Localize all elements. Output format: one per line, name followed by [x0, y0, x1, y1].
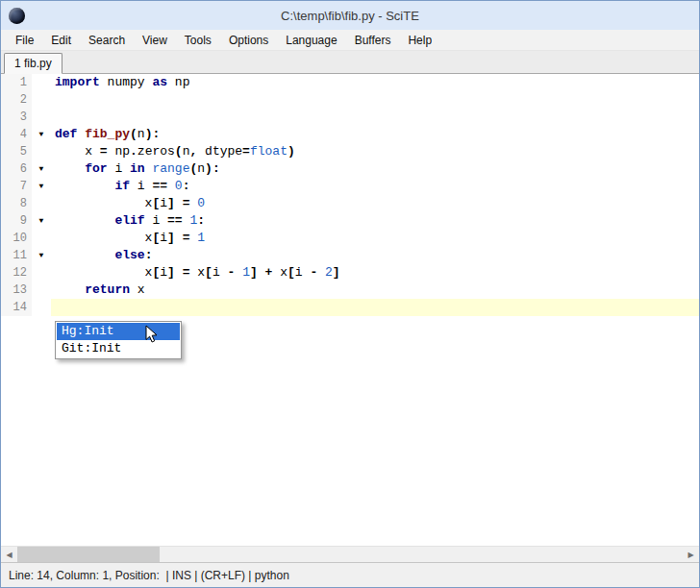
- code-token: i: [145, 213, 167, 228]
- code-text: x[i] = x[i - 1] + x[i - 2]: [51, 264, 699, 282]
- menu-file[interactable]: File: [7, 31, 42, 50]
- titlebar[interactable]: C:\temp\fib\fib.py - SciTE: [1, 1, 699, 30]
- scrollbar-thumb[interactable]: [17, 547, 160, 562]
- autocomplete-popup: Hg:InitGit:Init: [55, 321, 182, 359]
- line-number: 7: [1, 178, 32, 195]
- menu-edit[interactable]: Edit: [42, 31, 80, 50]
- code-token: [55, 179, 114, 193]
- statusbar: Line: 14, Column: 1, Position: | INS | (…: [1, 562, 699, 587]
- code-area: 1import numpy as np234▼def fib_py(n):5 x…: [1, 74, 699, 316]
- code-token: float: [250, 144, 288, 159]
- menubar: FileEditSearchViewToolsOptionsLanguageBu…: [1, 30, 699, 51]
- horizontal-scrollbar[interactable]: ◀ ▶: [1, 546, 699, 562]
- fold-marker-icon[interactable]: ▼: [32, 178, 51, 195]
- code-line-11[interactable]: 11▼ else:: [1, 247, 699, 264]
- scrollbar-track[interactable]: [17, 547, 683, 562]
- code-token: ):: [205, 161, 220, 176]
- code-token: x: [55, 196, 152, 210]
- code-text: if i == 0:: [51, 178, 699, 195]
- fold-marker-icon[interactable]: ▼: [32, 160, 51, 178]
- line-number: 5: [1, 143, 32, 160]
- fold-margin: [32, 282, 51, 299]
- fold-marker-icon[interactable]: ▼: [32, 247, 51, 264]
- code-text: [51, 109, 699, 126]
- menu-help[interactable]: Help: [399, 31, 440, 50]
- scite-window: C:\temp\fib\fib.py - SciTE FileEditSearc…: [0, 0, 700, 588]
- menu-search[interactable]: Search: [80, 31, 134, 50]
- code-line-8[interactable]: 8 x[i] = 0: [1, 195, 699, 212]
- code-token: (: [175, 144, 183, 159]
- code-token: [175, 265, 183, 280]
- code-line-7[interactable]: 7▼ if i == 0:: [1, 178, 699, 195]
- menu-options[interactable]: Options: [220, 31, 277, 50]
- code-token: zeros: [138, 144, 175, 159]
- code-line-14[interactable]: 14: [1, 299, 699, 316]
- fold-margin: [32, 109, 51, 126]
- code-token: x: [55, 144, 100, 159]
- code-token: n: [138, 127, 145, 141]
- editor[interactable]: 1import numpy as np234▼def fib_py(n):5 x…: [1, 74, 699, 546]
- code-token: i: [160, 196, 167, 210]
- code-token: ==: [167, 213, 183, 228]
- code-line-6[interactable]: 6▼ for i in range(n):: [1, 160, 699, 178]
- code-line-9[interactable]: 9▼ elif i == 1:: [1, 212, 699, 230]
- code-line-2[interactable]: 2: [1, 91, 699, 109]
- code-token: i: [108, 161, 130, 176]
- code-token: np: [167, 75, 189, 89]
- code-token: else: [114, 248, 144, 262]
- code-text: return x: [51, 282, 699, 299]
- line-number: 8: [1, 195, 32, 212]
- code-token: def: [55, 127, 77, 141]
- code-token: np: [108, 144, 130, 159]
- code-token: range: [152, 161, 189, 176]
- code-token: [55, 282, 85, 297]
- code-token: as: [152, 75, 167, 89]
- code-token: (: [130, 127, 138, 141]
- code-token: 1: [242, 265, 250, 280]
- menu-language[interactable]: Language: [277, 31, 345, 50]
- code-token: return: [85, 282, 130, 297]
- fold-margin: [32, 299, 51, 316]
- tabbar: 1 fib.py: [1, 51, 699, 74]
- code-token: ]: [167, 196, 175, 210]
- code-token: 1: [197, 231, 205, 245]
- popup-item-hg-init[interactable]: Hg:Init: [57, 323, 180, 340]
- code-token: :: [183, 179, 190, 193]
- line-number: 14: [1, 299, 32, 316]
- code-token: [: [205, 265, 212, 280]
- code-text: def fib_py(n):: [51, 126, 699, 143]
- code-token: [175, 231, 183, 245]
- code-line-3[interactable]: 3: [1, 109, 699, 126]
- line-number: 6: [1, 160, 32, 178]
- code-text: import numpy as np: [51, 74, 699, 91]
- code-token: in: [130, 161, 145, 176]
- code-token: [55, 248, 114, 262]
- code-text: [51, 91, 699, 109]
- scroll-right-button[interactable]: ▶: [683, 547, 699, 562]
- code-text: [51, 299, 699, 316]
- code-line-1[interactable]: 1import numpy as np: [1, 74, 699, 91]
- code-line-13[interactable]: 13 return x: [1, 282, 699, 299]
- code-token: for: [85, 161, 107, 176]
- fold-marker-icon[interactable]: ▼: [32, 126, 51, 143]
- fold-margin: [32, 91, 51, 109]
- line-number: 10: [1, 230, 32, 247]
- code-line-5[interactable]: 5 x = np.zeros(n, dtype=float): [1, 143, 699, 160]
- tab-fib-py[interactable]: 1 fib.py: [4, 53, 62, 74]
- code-line-12[interactable]: 12 x[i] = x[i - 1] + x[i - 2]: [1, 264, 699, 282]
- code-token: [55, 161, 85, 176]
- code-token: ):: [145, 127, 161, 141]
- code-text: for i in range(n):: [51, 160, 699, 178]
- scroll-left-button[interactable]: ◀: [1, 547, 17, 562]
- code-token: x: [272, 265, 288, 280]
- menu-view[interactable]: View: [134, 31, 176, 50]
- menu-tools[interactable]: Tools: [176, 31, 220, 50]
- fold-marker-icon[interactable]: ▼: [32, 212, 51, 230]
- code-line-4[interactable]: 4▼def fib_py(n):: [1, 126, 699, 143]
- code-token: :: [145, 248, 153, 262]
- menu-buffers[interactable]: Buffers: [346, 31, 400, 50]
- code-line-10[interactable]: 10 x[i] = 1: [1, 230, 699, 247]
- popup-item-git-init[interactable]: Git:Init: [57, 340, 180, 357]
- code-token: 0: [197, 196, 205, 210]
- code-token: =: [242, 144, 250, 159]
